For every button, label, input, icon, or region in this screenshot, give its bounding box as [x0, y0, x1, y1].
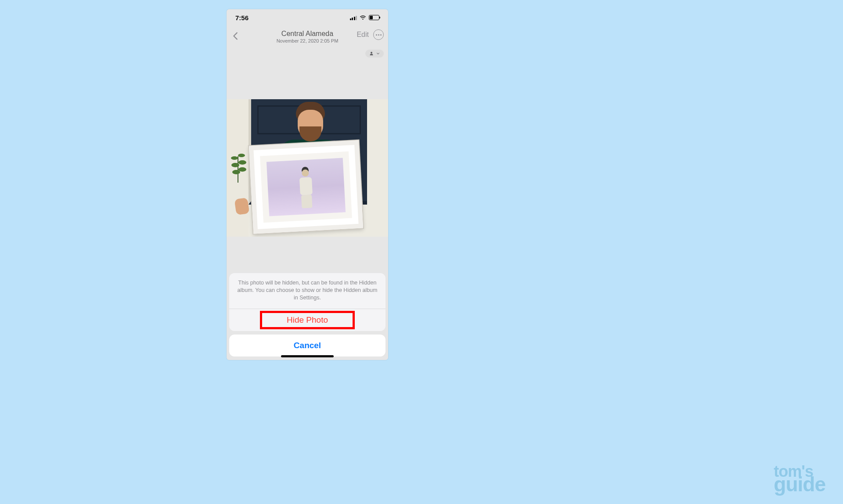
- nav-subtitle: November 22, 2020 2:05 PM: [277, 38, 339, 44]
- home-indicator[interactable]: [281, 355, 334, 357]
- photo-content: [227, 99, 388, 237]
- cancel-button[interactable]: Cancel: [229, 335, 385, 356]
- tutorial-highlight: [260, 311, 355, 329]
- svg-point-2: [231, 163, 239, 167]
- svg-point-3: [238, 160, 246, 165]
- wifi-icon: [360, 15, 366, 20]
- watermark-line2: guide: [774, 477, 825, 493]
- cancel-label: Cancel: [294, 341, 321, 350]
- status-bar: 7:56: [227, 9, 388, 26]
- svg-point-0: [231, 156, 238, 160]
- iphone-screenshot: 7:56 Central Alameda November 22, 2020 2…: [227, 9, 388, 360]
- more-options-icon[interactable]: [373, 29, 384, 40]
- cellular-signal-icon: [350, 15, 357, 20]
- toolbar-row: [227, 48, 388, 58]
- people-dropdown[interactable]: [365, 50, 384, 58]
- back-chevron-icon[interactable]: [231, 31, 241, 41]
- photo-viewer[interactable]: [227, 99, 388, 237]
- battery-icon: [369, 15, 379, 20]
- status-time: 7:56: [235, 14, 249, 22]
- plant-illustration: [229, 143, 248, 183]
- watermark-logo: tom's guide: [774, 465, 825, 493]
- nav-header: Central Alameda November 22, 2020 2:05 P…: [227, 26, 388, 48]
- action-sheet: This photo will be hidden, but can be fo…: [227, 273, 388, 360]
- hide-photo-button[interactable]: Hide Photo: [229, 309, 385, 331]
- nav-right-actions: Edit: [357, 29, 384, 40]
- action-sheet-panel: This photo will be hidden, but can be fo…: [229, 273, 385, 331]
- action-sheet-message: This photo will be hidden, but can be fo…: [229, 273, 385, 309]
- status-right-cluster: [350, 15, 380, 20]
- nav-title-block: Central Alameda November 22, 2020 2:05 P…: [277, 30, 339, 44]
- nav-title: Central Alameda: [277, 30, 339, 38]
- edit-button[interactable]: Edit: [357, 31, 369, 39]
- person-icon: [369, 51, 374, 56]
- chevron-down-icon: [376, 51, 380, 56]
- svg-point-1: [238, 154, 245, 157]
- svg-point-5: [238, 167, 246, 172]
